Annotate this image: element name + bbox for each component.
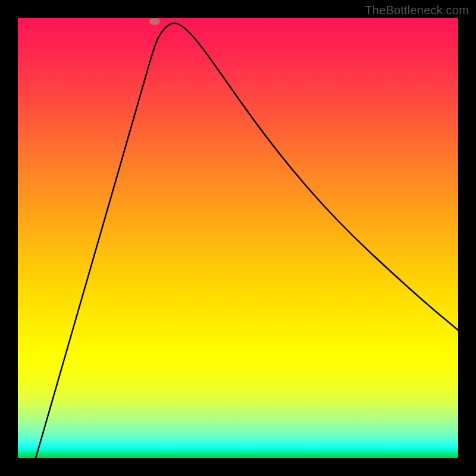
chart-frame: TheBottleneck.com [0, 0, 476, 476]
minimum-marker [149, 18, 160, 25]
plot-area [18, 18, 458, 458]
watermark-text: TheBottleneck.com [365, 4, 469, 17]
curve-svg [18, 18, 458, 458]
bottleneck-curve [36, 23, 458, 458]
